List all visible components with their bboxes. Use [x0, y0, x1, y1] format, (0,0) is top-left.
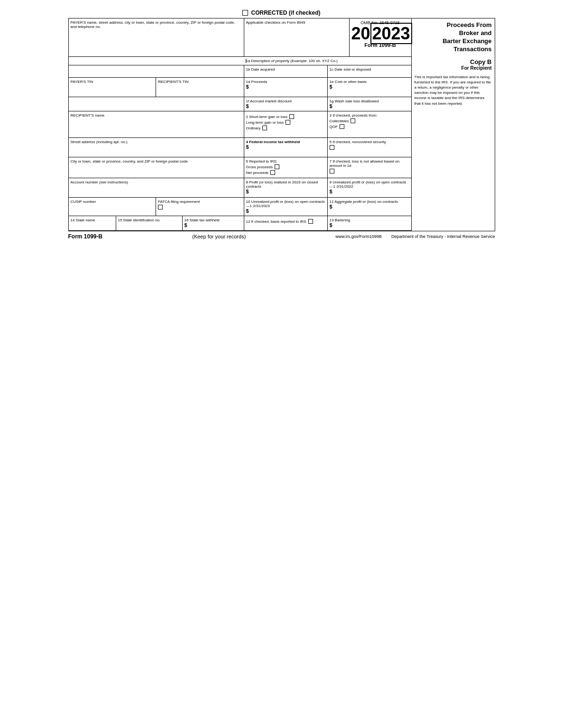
state-name-cell: 14 State name: [69, 216, 116, 230]
collectibles-checkbox[interactable]: [351, 118, 355, 123]
proceeds-label: 1d Proceeds: [246, 80, 325, 84]
profit-2023-cell: 8 Profit (or loss) realized in 2023 on c…: [244, 178, 328, 197]
accrued-cell: 1f Accrued market discount $: [244, 97, 328, 111]
basis-checkbox[interactable]: [308, 219, 313, 224]
recipient-name-cell: RECIPIENT'S name: [69, 111, 244, 137]
payer-tin: PAYER'S TIN: [69, 78, 157, 97]
side-note: This is important tax information and is…: [415, 74, 492, 106]
cusip-fatca-section: CUSIP number FATCA filing requirement: [69, 198, 244, 216]
ordinary-label: Ordinary: [246, 126, 261, 130]
loss-not-allowed-checkbox[interactable]: [330, 169, 334, 173]
profit-dollar: $: [246, 189, 325, 194]
recipient-name-row: RECIPIENT'S name 2 Short-term gain or lo…: [69, 111, 411, 138]
corrected-header: CORRECTED (if checked): [68, 9, 495, 16]
date-sold-label: 1c Date sold or disposed: [330, 67, 371, 72]
gross-proceeds-checkbox[interactable]: [275, 164, 279, 169]
net-proceeds-checkbox[interactable]: [270, 170, 275, 175]
tin-row: PAYER'S TIN RECIPIENT'S TIN 1d Proceeds …: [69, 78, 411, 97]
cusip-row: CUSIP number FATCA filing requirement 10…: [69, 198, 411, 216]
ordinary-checkbox[interactable]: [262, 126, 267, 130]
recipient-tin-label: RECIPIENT'S TIN: [158, 80, 189, 84]
payer-tin-label: PAYER'S TIN: [71, 80, 93, 84]
accrued-dollar: $: [246, 103, 325, 109]
short-term-checkbox[interactable]: [289, 114, 294, 119]
recipient-name-label: RECIPIENT'S name: [71, 113, 105, 118]
wash-sale-cell: 1g Wash sale loss disallowed $: [328, 97, 411, 111]
cusip-label: CUSIP number: [71, 200, 96, 204]
corrected-checkbox[interactable]: [242, 10, 248, 16]
recipient-tin: RECIPIENT'S TIN: [156, 78, 244, 97]
footer-keep: (Keep for your records): [192, 234, 246, 239]
noncovered-checkbox[interactable]: [330, 145, 334, 150]
basis-reported-label: 12 If checked, basis reported to IRS: [246, 219, 306, 224]
omb-year: 202023: [351, 25, 409, 42]
form-container: PAYER'S name, street address, city or to…: [68, 18, 495, 231]
basis-row: 12 If checked, basis reported to IRS: [246, 219, 325, 224]
profit-unrealized-section: 8 Profit (or loss) realized in 2023 on c…: [244, 178, 411, 197]
form-footer: Form 1099-B (Keep for your records) www.…: [68, 233, 495, 240]
gain-proceeds-section: 2 Short-term gain or loss Long-term gain…: [244, 111, 411, 137]
proceeds-cost-section: 1d Proceeds $ 1e Cost or other basis $: [244, 78, 411, 97]
cost-basis-cell: 1e Cost or other basis $: [328, 78, 411, 97]
unrealized-2023-label: 10 Unrealized profit or (loss) on open c…: [246, 200, 325, 208]
city-label: City or town, state or province, country…: [71, 159, 188, 164]
top-row: PAYER'S name, street address, city or to…: [69, 18, 411, 57]
reported-cell: 6 Reported to IRS: Gross proceeds Net pr…: [244, 157, 328, 178]
street-cell: Street address (including apt. no.): [69, 138, 244, 157]
copy-b: Copy B: [415, 58, 492, 65]
aggregate-cell: 11 Aggregate profit or (loss) on contrac…: [328, 198, 411, 216]
title-line2: Broker and: [415, 29, 492, 37]
wash-sale-label: 1g Wash sale loss disallowed: [330, 99, 409, 103]
state-id-cell: 15 State identification no.: [116, 216, 183, 230]
state-tax-dollar: $: [185, 222, 242, 228]
applicable-checkbox-section: Applicable checkbox on Form 8949: [244, 18, 350, 56]
collectibles-row: Collectibles: [330, 118, 409, 123]
fatca-label: FATCA filing requirement: [158, 200, 242, 204]
qof-label: QOF: [330, 125, 338, 129]
corrected-label: CORRECTED (if checked): [251, 9, 320, 16]
footer-dept: Department of the Treasury - Internal Re…: [391, 234, 495, 239]
payer-section: PAYER'S name, street address, city or to…: [69, 18, 244, 56]
payer-space-2: [69, 65, 244, 77]
state-row: 14 State name 15 State identification no…: [69, 216, 411, 231]
federal-dollar: $: [246, 144, 325, 150]
payer-space: [71, 59, 246, 63]
for-recipient: For Recipient: [415, 65, 492, 71]
date-row: 1b Date acquired 1c Date sold or dispose…: [69, 65, 411, 78]
net-proceeds-label: Net proceeds: [246, 171, 269, 175]
qof-checkbox[interactable]: [340, 124, 344, 129]
aggregate-dollar: $: [330, 204, 409, 209]
reported-irs-label: 6 Reported to IRS:: [246, 159, 325, 164]
fatca-checkbox[interactable]: [158, 205, 163, 209]
payer-name-label: PAYER'S name, street address, city or to…: [71, 20, 235, 29]
proceeds-dollar: $: [246, 84, 325, 90]
gain-loss-cell: 2 Short-term gain or loss Long-term gain…: [244, 111, 328, 137]
long-term-label: Long-term gain or loss: [246, 120, 284, 125]
date-acquired-label: 1b Date acquired: [246, 67, 275, 72]
description-label: 1a Description of property (Example: 100…: [246, 59, 338, 63]
footer-right-group: www.irs.gov/Form1099B Department of the …: [335, 234, 495, 239]
footer-url: www.irs.gov/Form1099B: [335, 234, 382, 239]
proceeds-from-cell: 3 If checked, proceeds from: Collectible…: [328, 111, 411, 137]
city-cell: City or town, state or province, country…: [69, 157, 244, 178]
long-term-row: Long-term gain or loss: [246, 120, 325, 125]
account-cell: Account number (see instructions): [69, 178, 244, 197]
aggregate-label: 11 Aggregate profit or (loss) on contrac…: [330, 200, 409, 204]
loss-not-allowed-label: 7 If checked, loss is not allowed based …: [330, 159, 409, 168]
unrealized-2022-dollar: $: [330, 189, 409, 194]
unrealized-2023-dollar: $: [246, 208, 325, 214]
collectibles-label: Collectibles: [330, 119, 349, 123]
street-label: Street address (including apt. no.): [71, 140, 128, 144]
unrealized-2022-cell: 9 Unrealized profit or (loss) on open co…: [328, 178, 411, 197]
tin-space: [69, 97, 244, 111]
gross-proceeds-row: Gross proceeds: [246, 164, 325, 169]
long-term-checkbox[interactable]: [286, 120, 290, 125]
unrealized-2022-label: 9 Unrealized profit or (loss) on open co…: [330, 180, 409, 189]
qof-row: QOF: [330, 124, 409, 129]
basis-bartering-section: 12 If checked, basis reported to IRS 13 …: [244, 216, 411, 230]
federal-noncovered-section: 4 Federal income tax withheld $ 5 If che…: [244, 138, 411, 157]
footer-form: Form 1099-B: [68, 233, 103, 240]
noncovered-cell: 5 If checked, noncovered security: [328, 138, 411, 157]
dates-section: 1b Date acquired 1c Date sold or dispose…: [244, 65, 411, 77]
street-row: Street address (including apt. no.) 4 Fe…: [69, 138, 411, 157]
